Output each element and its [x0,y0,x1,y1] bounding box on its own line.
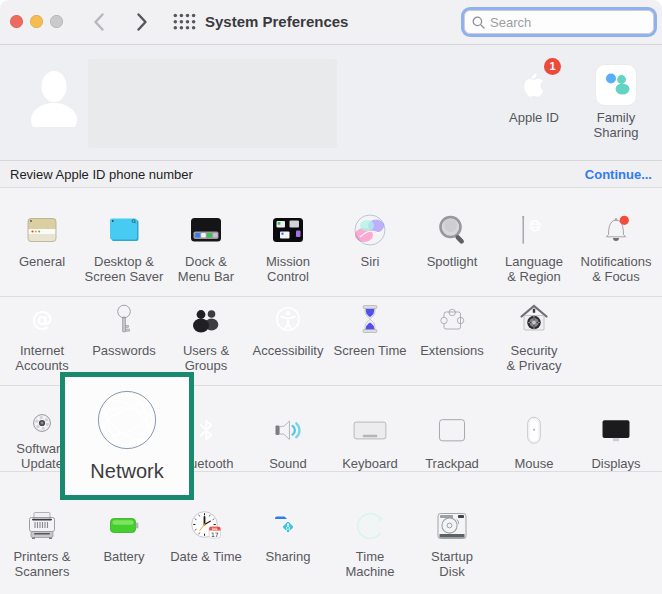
screen-time-icon [350,299,390,339]
search-input[interactable]: Search [464,10,654,34]
family-sharing-button[interactable]: Family Sharing [575,64,657,140]
accessibility-icon [268,299,308,339]
pref-item-displays[interactable]: Displays [575,411,657,471]
spotlight-icon [432,210,472,250]
battery-icon [104,506,144,546]
pref-item-accessibility[interactable]: Accessibility [247,299,329,385]
redacted-user-name [88,59,337,148]
trackpad-icon [432,411,472,450]
zoom-button[interactable] [50,15,63,28]
family-sharing-label: Family Sharing [594,110,639,140]
sharing-icon [268,506,308,546]
banner-message: Review Apple ID phone number [10,167,193,182]
date-time-icon [186,506,226,546]
network-highlight[interactable]: Network [60,372,194,500]
pref-item-label: Startup Disk [397,550,507,579]
software-update-icon [22,411,62,435]
apple-id-banner: Review Apple ID phone number Continue... [0,161,662,188]
search-focus-ring: Search [461,7,657,37]
pref-item-startup-disk[interactable]: Startup Disk [411,506,493,594]
pref-item-siri[interactable]: Siri [329,210,411,296]
mouse-icon [514,411,554,450]
time-machine-icon [350,506,390,546]
continue-link[interactable]: Continue... [585,167,652,182]
network-highlight-label: Network [90,460,163,483]
pref-item-mission-control[interactable]: Mission Control [247,210,329,296]
back-button[interactable] [92,11,106,33]
desktop-screen-saver-icon [104,210,144,250]
pref-item-label: Security & Privacy [479,344,589,373]
apple-id-button[interactable]: 1 Apple ID [493,64,575,125]
search-placeholder: Search [490,15,531,30]
keyboard-icon [350,411,390,450]
account-section: 1 Apple ID Family Sharing [0,45,662,161]
apple-id-label: Apple ID [509,110,559,125]
siri-icon [350,210,390,250]
dock-menu-bar-icon [186,210,226,250]
show-all-grid-icon[interactable] [173,13,196,31]
extensions-icon [432,299,472,339]
system-preferences-window: System Preferences Search 1 Apple ID Fam… [0,0,662,594]
security-privacy-icon [514,299,554,339]
displays-icon [596,411,636,450]
pref-item-screen-time[interactable]: Screen Time [329,299,411,385]
forward-button[interactable] [135,11,149,33]
passwords-icon [104,299,144,339]
internet-accounts-icon [22,299,62,339]
family-sharing-icon [595,64,637,106]
titlebar: System Preferences Search [0,0,662,45]
window-title: System Preferences [205,0,348,44]
notification-badge: 1 [544,58,561,75]
search-icon [472,16,485,29]
pref-item-label: Notifications & Focus [561,255,662,284]
prefs-row-1: GeneralDesktop & Screen SaverDock & Menu… [0,188,662,296]
language-region-icon [514,210,554,250]
pref-item-notifications-focus[interactable]: Notifications & Focus [575,210,657,296]
startup-disk-icon [432,506,472,546]
pref-item-security-privacy[interactable]: Security & Privacy [493,299,575,385]
users-groups-icon [186,299,226,339]
close-button[interactable] [10,15,23,28]
user-avatar[interactable] [20,59,88,127]
mission-control-icon [268,210,308,250]
pref-item-label: Displays [561,457,662,472]
minimize-button[interactable] [30,15,43,28]
network-icon [95,388,159,452]
printers-scanners-icon [22,506,62,546]
notifications-focus-icon [596,210,636,250]
general-icon [22,210,62,250]
sound-icon [268,411,308,450]
